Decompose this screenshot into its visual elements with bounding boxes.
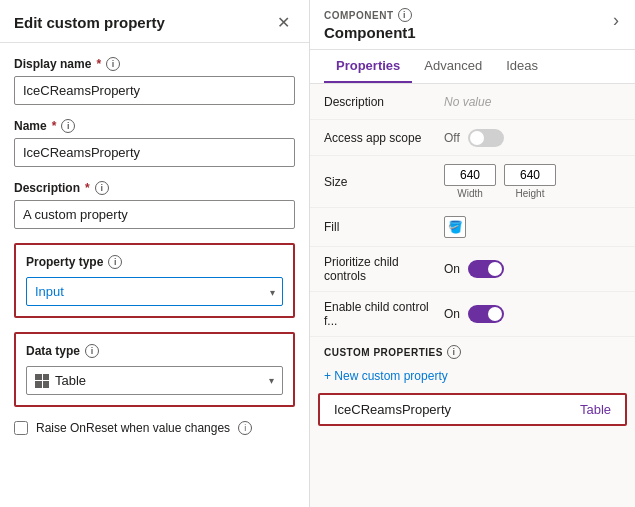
property-type-label: Property type i (26, 255, 283, 269)
data-type-label: Data type i (26, 344, 283, 358)
expand-icon: › (613, 10, 619, 30)
prop-name-prioritize: Prioritize child controls (324, 255, 444, 283)
prop-row-access-scope: Access app scope Off (310, 120, 635, 156)
data-type-select[interactable]: Table ▾ (26, 366, 283, 395)
prop-row-prioritize: Prioritize child controls On (310, 247, 635, 292)
property-type-select[interactable]: Input Output Event (26, 277, 283, 306)
name-input[interactable] (14, 138, 295, 167)
component-label: COMPONENT i (324, 8, 416, 22)
prop-value-access-scope: Off (444, 129, 621, 147)
description-input[interactable] (14, 200, 295, 229)
enable-child-toggle[interactable] (468, 305, 504, 323)
prop-name-enable-child: Enable child control f... (324, 300, 444, 328)
tab-properties[interactable]: Properties (324, 50, 412, 83)
name-label: Name * i (14, 119, 295, 133)
new-custom-property-button[interactable]: + New custom property (310, 363, 462, 389)
prop-name-description: Description (324, 95, 444, 109)
raise-on-reset-row: Raise OnReset when value changes i (14, 421, 295, 435)
size-height-group: Height (504, 164, 556, 199)
size-height-label: Height (516, 188, 545, 199)
prop-row-fill: Fill 🪣 (310, 208, 635, 247)
component-name: Component1 (324, 24, 416, 41)
prop-name-fill: Fill (324, 220, 444, 234)
component-info-icon[interactable]: i (398, 8, 412, 22)
size-width-group: Width (444, 164, 496, 199)
prop-row-description: Description No value (310, 84, 635, 120)
display-name-input[interactable] (14, 76, 295, 105)
data-type-section: Data type i Table ▾ (14, 332, 295, 407)
panel-body: Display name * i Name * i Description * … (0, 43, 309, 507)
close-icon: ✕ (277, 13, 290, 32)
desc-required-mark: * (85, 181, 90, 195)
prop-value-size: Width Height (444, 164, 621, 199)
expand-button[interactable]: › (611, 8, 621, 33)
raise-on-reset-label: Raise OnReset when value changes (36, 421, 230, 435)
close-button[interactable]: ✕ (271, 10, 295, 34)
custom-props-info-icon[interactable]: i (447, 345, 461, 359)
right-header-top: COMPONENT i Component1 › (324, 8, 621, 41)
prop-name-access-scope: Access app scope (324, 131, 444, 145)
enable-child-on-label: On (444, 307, 460, 321)
properties-content: Description No value Access app scope Of… (310, 84, 635, 507)
tab-ideas[interactable]: Ideas (494, 50, 550, 83)
description-label: Description * i (14, 181, 295, 195)
display-name-label: Display name * i (14, 57, 295, 71)
prioritize-toggle[interactable] (468, 260, 504, 278)
tab-advanced[interactable]: Advanced (412, 50, 494, 83)
size-row: Width Height (444, 164, 621, 199)
raise-on-reset-checkbox[interactable] (14, 421, 28, 435)
right-header: COMPONENT i Component1 › (310, 0, 635, 50)
panel-header: Edit custom property ✕ (0, 0, 309, 43)
data-type-value: Table (55, 373, 263, 388)
fill-button[interactable]: 🪣 (444, 216, 466, 238)
display-name-info-icon[interactable]: i (106, 57, 120, 71)
prop-name-size: Size (324, 175, 444, 189)
size-width-input[interactable] (444, 164, 496, 186)
ice-cream-property-name: IceCReamsProperty (334, 402, 451, 417)
fill-icon: 🪣 (448, 220, 463, 234)
prop-row-enable-child: Enable child control f... On (310, 292, 635, 337)
property-type-section: Property type i Input Output Event ▾ (14, 243, 295, 318)
name-required-mark: * (52, 119, 57, 133)
property-type-select-wrapper: Input Output Event ▾ (26, 277, 283, 306)
prioritize-on-label: On (444, 262, 460, 276)
tabs-bar: Properties Advanced Ideas (310, 50, 635, 84)
name-info-icon[interactable]: i (61, 119, 75, 133)
component-label-row: COMPONENT i Component1 (324, 8, 416, 41)
prop-value-description: No value (444, 95, 621, 109)
description-info-icon[interactable]: i (95, 181, 109, 195)
ice-cream-property-type: Table (580, 402, 611, 417)
prop-row-size: Size Width Height (310, 156, 635, 208)
left-panel: Edit custom property ✕ Display name * i … (0, 0, 310, 507)
required-mark: * (96, 57, 101, 71)
name-group: Name * i (14, 119, 295, 167)
ice-cream-property-row[interactable]: IceCReamsProperty Table (318, 393, 627, 426)
custom-properties-header: CUSTOM PROPERTIES i (310, 337, 635, 363)
table-icon (35, 374, 49, 388)
data-type-chevron-icon: ▾ (269, 375, 274, 386)
description-group: Description * i (14, 181, 295, 229)
size-width-label: Width (457, 188, 483, 199)
access-scope-toggle[interactable] (468, 129, 504, 147)
data-type-row: Table ▾ (26, 366, 283, 395)
prop-value-enable-child: On (444, 305, 621, 323)
data-type-info-icon[interactable]: i (85, 344, 99, 358)
checkbox-info-icon[interactable]: i (238, 421, 252, 435)
panel-title: Edit custom property (14, 14, 165, 31)
prop-value-fill: 🪣 (444, 216, 621, 238)
access-scope-off-label: Off (444, 131, 460, 145)
right-panel: COMPONENT i Component1 › Properties Adva… (310, 0, 635, 507)
size-height-input[interactable] (504, 164, 556, 186)
display-name-group: Display name * i (14, 57, 295, 105)
property-type-info-icon[interactable]: i (108, 255, 122, 269)
prop-value-prioritize: On (444, 260, 621, 278)
